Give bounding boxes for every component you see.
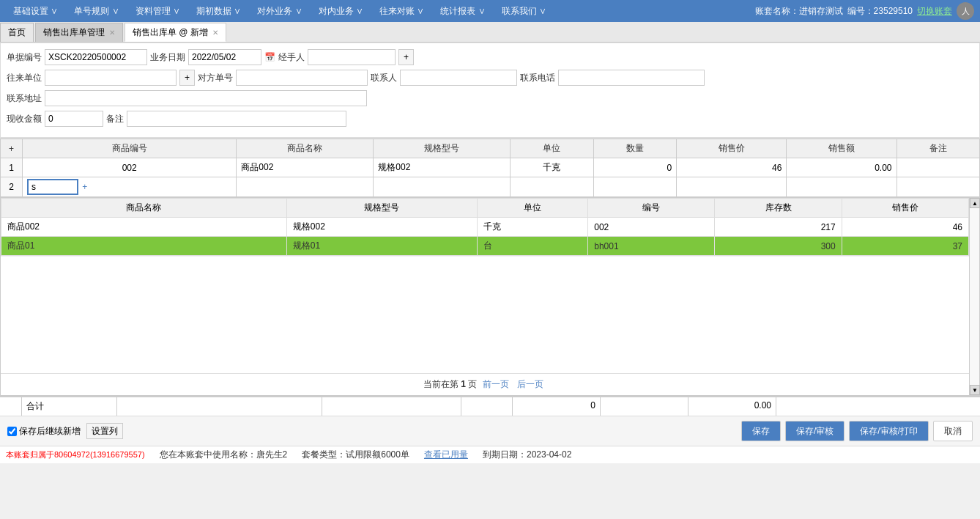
pagination-next[interactable]: 后一页 (517, 379, 543, 389)
dropdown-table: 商品名称 规格型号 单位 编号 库存数 销售价 商品002 规格002 千克 (1, 198, 969, 256)
tab-sales-new-label: 销售出库单 @ 新增 (133, 26, 208, 39)
phone-input[interactable] (558, 70, 705, 86)
nav-contact[interactable]: 联系我们 ∨ (494, 2, 554, 21)
tab-home[interactable]: 首页 (0, 23, 34, 42)
user-info: 您在本账套中使用名称：唐先生2 (160, 449, 288, 461)
dd-cell-code-1: 002 (588, 218, 715, 237)
scroll-up-btn[interactable]: ▲ (970, 198, 980, 208)
cell-code-1[interactable]: 002 (23, 158, 237, 177)
calendar-icon[interactable]: 📅 (264, 52, 275, 62)
dd-header-spec: 规格型号 (286, 199, 477, 218)
tab-home-label: 首页 (8, 26, 26, 39)
summary-amount: 0.00 (688, 397, 776, 416)
cell-name-1[interactable]: 商品002 (237, 158, 374, 177)
cell-spec-2[interactable] (374, 177, 511, 197)
from-unit-input[interactable] (45, 70, 177, 86)
table-area: + 商品编号 商品名称 规格型号 单位 数量 销售价 销售额 备注 1 002 … (0, 138, 980, 396)
cancel-btn[interactable]: 取消 (933, 421, 973, 441)
cell-remark-1[interactable] (897, 158, 979, 177)
bottom-right: 保存 保存/审核 保存/审核/打印 取消 (741, 421, 973, 441)
dd-header-code: 编号 (588, 199, 715, 218)
dropdown-empty-space (1, 256, 969, 373)
doc-no-input[interactable] (45, 49, 147, 65)
nav-order-rules[interactable]: 单号规则 ∨ (67, 2, 126, 21)
nav-internal-biz[interactable]: 对内业务 ∨ (311, 2, 371, 21)
nav-init-data[interactable]: 期初数据 ∨ (189, 2, 248, 21)
table-row-input: 2 + (1, 177, 980, 197)
cell-unit-1[interactable]: 千克 (511, 158, 593, 177)
add-col-header[interactable]: + (1, 139, 23, 158)
contact-label: 联系人 (371, 72, 397, 84)
nav-accounts[interactable]: 往来对账 ∨ (372, 2, 431, 21)
nav-external-biz[interactable]: 对外业务 ∨ (250, 2, 309, 21)
view-usage-link[interactable]: 查看已用量 (424, 449, 468, 461)
from-unit-add-btn[interactable]: + (179, 70, 195, 86)
save-continue-checkbox-label[interactable]: 保存后继续新增 (7, 425, 81, 438)
contact-input[interactable] (400, 70, 517, 86)
header-spec: 规格型号 (374, 139, 511, 158)
row-num-1: 1 (1, 158, 23, 177)
tab-sales-list-label: 销售出库单管理 (43, 26, 105, 39)
main-table: + 商品编号 商品名称 规格型号 单位 数量 销售价 销售额 备注 1 002 … (0, 139, 980, 197)
owner-info: 本账套归属于80604972(13916679557) (6, 449, 145, 460)
tab-sales-list-close[interactable]: ✕ (109, 29, 115, 37)
handler-input[interactable] (308, 49, 396, 65)
pagination-current: 1 (461, 379, 466, 389)
cell-qty-2[interactable] (593, 177, 676, 197)
cell-code-input[interactable]: + (23, 177, 237, 197)
bottom-bar: 保存后继续新增 设置列 保存 保存/审核 保存/审核/打印 取消 (0, 416, 980, 446)
cell-price-1[interactable]: 46 (677, 158, 787, 177)
expire-info: 到期日期：2023-04-02 (483, 449, 571, 461)
cell-spec-1[interactable]: 规格002 (374, 158, 511, 177)
dd-cell-stock-1: 217 (715, 218, 842, 237)
dd-cell-name-1: 商品002 (1, 218, 287, 237)
cell-amount-2[interactable] (787, 177, 897, 197)
switch-account-link[interactable]: 切换账套 (917, 5, 952, 18)
nav-data-manage[interactable]: 资料管理 ∨ (128, 2, 188, 21)
account-name-label: 账套名称：进销存测试 (755, 5, 843, 18)
phone-label: 联系电话 (520, 72, 555, 84)
handler-add-btn[interactable]: + (398, 49, 414, 65)
address-input[interactable] (45, 90, 367, 106)
from-unit-label: 往来单位 (7, 72, 42, 84)
code-add-icon[interactable]: + (82, 182, 87, 192)
dropdown-scrollbar[interactable]: ▲ ▼ (969, 198, 979, 395)
nav-basic-settings[interactable]: 基础设置 ∨ (6, 2, 65, 21)
tab-sales-new[interactable]: 销售出库单 @ 新增 ✕ (125, 23, 226, 42)
nav-reports[interactable]: 统计报表 ∨ (433, 2, 492, 21)
cash-input[interactable] (45, 111, 103, 127)
summary-row: 合计 0 0.00 (0, 396, 980, 416)
dropdown-row-2[interactable]: 商品01 规格01 台 bh001 300 37 (1, 237, 969, 256)
main-content: 单据编号 业务日期 📅 经手人 + 往来单位 + 对方单号 联系人 联系电话 联… (0, 43, 980, 138)
dd-cell-unit-1: 千克 (477, 218, 588, 237)
counter-no-input[interactable] (236, 70, 368, 86)
header-remark: 备注 (897, 139, 979, 158)
status-bar: 本账套归属于80604972(13916679557) 您在本账套中使用名称：唐… (0, 446, 980, 463)
cell-amount-1[interactable]: 0.00 (787, 158, 897, 177)
save-continue-checkbox[interactable] (7, 427, 17, 436)
cell-qty-1[interactable]: 0 (593, 158, 676, 177)
set-columns-btn[interactable]: 设置列 (86, 423, 123, 439)
save-audit-print-btn[interactable]: 保存/审核/打印 (849, 421, 929, 441)
save-btn[interactable]: 保存 (741, 421, 781, 441)
cell-price-2[interactable] (677, 177, 787, 197)
scroll-down-btn[interactable]: ▼ (970, 385, 980, 395)
pagination-prev[interactable]: 前一页 (483, 379, 509, 389)
cell-name-2[interactable] (237, 177, 374, 197)
save-audit-btn[interactable]: 保存/审核 (785, 421, 844, 441)
user-avatar[interactable]: 人 (957, 2, 974, 20)
cell-unit-2[interactable] (511, 177, 593, 197)
date-input[interactable] (188, 49, 261, 65)
code-search-input[interactable] (27, 179, 78, 195)
dd-cell-spec-2: 规格01 (286, 237, 477, 256)
dropdown-table-wrapper: 商品名称 规格型号 单位 编号 库存数 销售价 商品002 规格002 千克 (1, 198, 969, 395)
form-row-2: 往来单位 + 对方单号 联系人 联系电话 (7, 70, 973, 86)
dd-header-stock: 库存数 (715, 199, 842, 218)
tab-sales-list[interactable]: 销售出库单管理 ✕ (35, 23, 123, 42)
remark-form-input[interactable] (127, 111, 346, 127)
dd-header-price: 销售价 (842, 199, 968, 218)
dropdown-row-1[interactable]: 商品002 规格002 千克 002 217 46 (1, 218, 969, 237)
save-continue-label: 保存后继续新增 (19, 425, 81, 438)
tab-sales-new-close[interactable]: ✕ (212, 29, 218, 37)
cell-remark-2[interactable] (897, 177, 979, 197)
